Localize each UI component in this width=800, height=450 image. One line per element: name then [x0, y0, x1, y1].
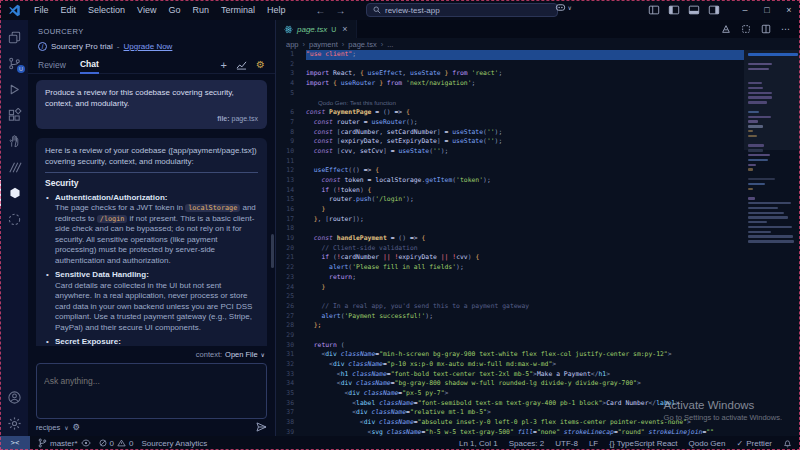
- code-line[interactable]: 21 if (!cardNumber || !expiryDate || !cv…: [276, 253, 744, 263]
- sourcery-icon[interactable]: [0, 180, 28, 206]
- code-line[interactable]: 28 };: [276, 321, 744, 331]
- code-line[interactable]: 23 return;: [276, 273, 744, 283]
- code-line[interactable]: 6const PaymentPage = () => {: [276, 108, 744, 118]
- menu-go[interactable]: Go: [162, 0, 186, 20]
- code-line[interactable]: 17 }, [router]);: [276, 215, 744, 225]
- accounts-icon[interactable]: [0, 384, 28, 410]
- menu-help[interactable]: Help: [261, 0, 292, 20]
- explorer-icon[interactable]: [0, 24, 28, 50]
- notifications-bell-icon[interactable]: [783, 438, 792, 448]
- breadcrumb-item[interactable]: ...: [387, 40, 393, 49]
- status-item[interactable]: Qodo Gen: [689, 439, 726, 448]
- problems-status[interactable]: 0 0: [99, 439, 134, 448]
- minimize-button[interactable]: –: [734, 0, 756, 20]
- codelens-qodo-gen[interactable]: Qodo Gen: Test this function: [276, 98, 744, 108]
- customize-layout-icon[interactable]: [648, 4, 660, 16]
- code-line[interactable]: 27 alert('Payment successful!');: [276, 312, 744, 322]
- split-editor-icon[interactable]: [761, 24, 771, 34]
- status-item[interactable]: {} TypeScript React: [609, 439, 677, 448]
- toggle-secondary-sidebar-icon[interactable]: [708, 4, 720, 16]
- status-item[interactable]: UTF-8: [555, 439, 578, 448]
- code-line[interactable]: 20 // Client-side validation: [276, 244, 744, 254]
- context-chevron-icon[interactable]: ∨: [261, 351, 265, 358]
- code-line[interactable]: 2: [276, 60, 744, 70]
- breadcrumb[interactable]: app›payment›page.tsx›...: [276, 38, 800, 50]
- code-line[interactable]: 8 const [cardNumber, setCardNumber] = us…: [276, 128, 744, 138]
- code-line[interactable]: 9 const [expiryDate, setExpiryDate] = us…: [276, 137, 744, 147]
- run-debug-icon[interactable]: [0, 76, 28, 102]
- toggle-sidebar-icon[interactable]: [668, 4, 680, 16]
- status-item[interactable]: Ln 1, Col 1: [459, 439, 498, 448]
- tab-review[interactable]: Review: [38, 57, 66, 73]
- menu-selection[interactable]: Selection: [82, 0, 131, 20]
- code-line[interactable]: 3import React, { useEffect, useState } f…: [276, 69, 744, 79]
- send-message-icon[interactable]: [256, 422, 267, 432]
- code-line[interactable]: 12 useEffect(() => {: [276, 166, 744, 176]
- ask-input-box[interactable]: [36, 363, 267, 419]
- breadcrumb-item[interactable]: page.tsx: [348, 40, 376, 49]
- close-window-button[interactable]: ×: [778, 0, 800, 20]
- upgrade-now-link[interactable]: Upgrade Now: [123, 42, 172, 51]
- menu-file[interactable]: File: [28, 0, 55, 20]
- context-selector[interactable]: Open File: [225, 350, 258, 359]
- breadcrumb-item[interactable]: app: [286, 40, 299, 49]
- code-line[interactable]: 11: [276, 157, 744, 167]
- more-actions-icon[interactable]: ⋯: [781, 24, 790, 34]
- menu-view[interactable]: View: [131, 0, 162, 20]
- maximize-button[interactable]: □: [756, 0, 778, 20]
- breadcrumb-item[interactable]: payment: [309, 40, 338, 49]
- prettier-status[interactable]: ✓ Prettier: [737, 439, 773, 448]
- code-line[interactable]: 33 <h1 className="font-bold text-center …: [276, 370, 744, 380]
- status-item[interactable]: LF: [589, 439, 598, 448]
- code-line[interactable]: 26 // In a real app, you'd send this to …: [276, 302, 744, 312]
- command-center-search[interactable]: review-test-app: [366, 3, 558, 17]
- code-line[interactable]: 35 <div className="px-5 py-7">: [276, 389, 744, 399]
- code-line[interactable]: 39 <svg className="h-5 w-5 text-gray-500…: [276, 428, 744, 436]
- code-line[interactable]: 10 const [cvv, setCvv] = useState('');: [276, 147, 744, 157]
- menu-run[interactable]: Run: [186, 0, 215, 20]
- code-line[interactable]: 34 <div className="bg-gray-800 shadow w-…: [276, 379, 744, 389]
- new-chat-icon[interactable]: +: [221, 60, 227, 70]
- code-line[interactable]: 29: [276, 331, 744, 341]
- menu-edit[interactable]: Edit: [55, 0, 83, 20]
- code-line[interactable]: 4import { useRouter } from 'next/navigat…: [276, 79, 744, 89]
- menu-terminal[interactable]: Terminal: [215, 0, 261, 20]
- code-line[interactable]: 15 router.push('/login');: [276, 195, 744, 205]
- code-line[interactable]: 38 <div className="absolute inset-y-0 le…: [276, 418, 744, 428]
- code-editor[interactable]: 1"use client";23import React, { useEffec…: [276, 50, 744, 436]
- source-control-icon[interactable]: U: [0, 50, 28, 76]
- toggle-panel-icon[interactable]: [688, 4, 700, 16]
- settings-gear-icon[interactable]: [0, 410, 28, 436]
- recipes-chevron-icon[interactable]: ∨: [64, 424, 68, 431]
- ask-input[interactable]: [44, 376, 259, 386]
- tab-close-icon[interactable]: ×: [342, 24, 347, 34]
- metrics-chart-icon[interactable]: [236, 60, 247, 70]
- back-icon[interactable]: ←: [315, 5, 325, 16]
- code-line[interactable]: 5: [276, 89, 744, 99]
- remote-indicator[interactable]: ><: [0, 436, 30, 450]
- recipes-gear-icon[interactable]: ⚙: [73, 422, 81, 432]
- code-line[interactable]: 19 const handlePayment = () => {: [276, 234, 744, 244]
- code-line[interactable]: 16 }: [276, 205, 744, 215]
- code-line[interactable]: 14 if (!token) {: [276, 186, 744, 196]
- open-changes-icon[interactable]: [741, 24, 751, 34]
- extensions-icon[interactable]: [0, 102, 28, 128]
- copilot-menu[interactable]: ∨: [555, 2, 572, 13]
- git-branch-status[interactable]: master*: [38, 438, 91, 448]
- code-line[interactable]: 32 <div className="p-10 xs:p-0 mx-auto m…: [276, 360, 744, 370]
- code-line[interactable]: 37 <div className="relative mt-1 mb-5">: [276, 408, 744, 418]
- run-tests-icon[interactable]: [721, 24, 731, 34]
- forward-icon[interactable]: →: [335, 5, 345, 16]
- code-line[interactable]: 30 return (: [276, 341, 744, 351]
- chat-settings-gear-icon[interactable]: ⚙: [256, 60, 265, 70]
- minimap[interactable]: [744, 50, 800, 436]
- code-line[interactable]: 25: [276, 292, 744, 302]
- code-line[interactable]: 36 <label className="font-semibold text-…: [276, 399, 744, 409]
- recipes-dropdown[interactable]: recipes: [36, 423, 60, 432]
- code-line[interactable]: 13 const token = localStorage.getItem('t…: [276, 176, 744, 186]
- code-line[interactable]: 18: [276, 224, 744, 234]
- tab-chat[interactable]: Chat: [80, 56, 99, 74]
- qodo-gen-icon[interactable]: [0, 206, 28, 232]
- sidebar-scrollbar[interactable]: [271, 234, 274, 268]
- code-line[interactable]: 22 alert('Please fill in all fields');: [276, 263, 744, 273]
